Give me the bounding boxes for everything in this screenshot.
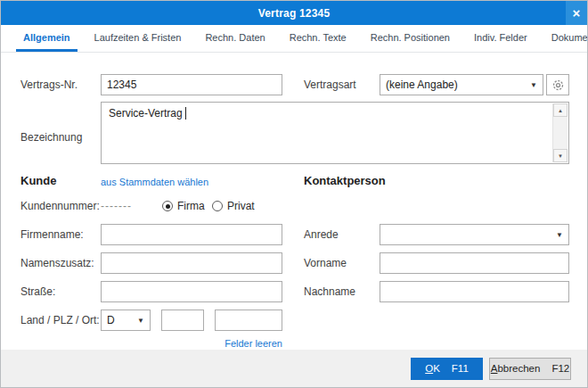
tab-dokumente[interactable]: Dokumente — [544, 25, 588, 52]
chevron-down-icon: ▼ — [530, 81, 537, 89]
nachname-input[interactable] — [380, 281, 569, 302]
strasse-label: Straße: — [20, 281, 55, 302]
namenszusatz-input[interactable] — [101, 252, 282, 274]
bezeichnung-text: Service-Vertrag — [109, 107, 183, 120]
firmenname-label: Firmenname: — [20, 224, 84, 245]
tab-rechn-daten[interactable]: Rechn. Daten — [198, 25, 272, 52]
vorname-label: Vorname — [304, 252, 347, 274]
radio-firma[interactable]: Firma — [162, 197, 205, 215]
firmenname-input[interactable] — [101, 224, 282, 245]
strasse-input[interactable] — [101, 281, 282, 302]
vertrag-nr-input[interactable] — [101, 74, 282, 95]
nachname-label: Nachname — [304, 281, 355, 302]
textarea-scrollbar[interactable]: ▲ ▼ — [552, 103, 568, 162]
anrede-select[interactable]: ▼ — [380, 224, 569, 245]
vertrag-dialog: Vertrag 12345 × Allgemein Laufzeiten & F… — [0, 0, 588, 388]
vertrag-nr-label: Vertrags-Nr. — [20, 74, 78, 95]
dialog-footer: OK F11 Abbrechen F12 — [1, 350, 587, 387]
land-plz-ort-label: Land / PLZ / Ort: — [20, 310, 100, 331]
vertragsart-settings-button[interactable] — [546, 74, 569, 95]
tab-laufzeiten-fristen[interactable]: Laufzeiten & Fristen — [87, 25, 189, 52]
tab-allgemein[interactable]: Allgemein — [16, 25, 78, 52]
scroll-down-button[interactable]: ▼ — [553, 149, 568, 162]
anrede-label: Anrede — [304, 224, 339, 245]
land-select[interactable]: D ▼ — [101, 310, 151, 331]
vorname-input[interactable] — [380, 252, 569, 274]
tab-indiv-felder[interactable]: Indiv. Felder — [467, 25, 535, 52]
vertragsart-label: Vertragsart — [304, 74, 356, 95]
radio-firma-circle — [162, 201, 173, 211]
ort-input[interactable] — [215, 310, 282, 331]
kunde-heading: Kunde — [20, 173, 56, 189]
chevron-down-icon: ▼ — [137, 317, 144, 325]
kontaktperson-heading: Kontaktperson — [304, 173, 386, 189]
bezeichnung-label: Bezeichnung — [20, 127, 82, 148]
close-icon: × — [573, 6, 581, 20]
abbrechen-button[interactable]: Abbrechen F12 — [489, 358, 571, 380]
close-button[interactable]: × — [566, 1, 587, 25]
radio-privat-circle — [212, 201, 223, 211]
vertragsart-select[interactable]: (keine Angabe) ▼ — [380, 74, 543, 95]
dialog-title: Vertrag 12345 — [258, 7, 331, 20]
chevron-down-icon: ▼ — [556, 231, 563, 239]
scroll-up-button[interactable]: ▲ — [553, 103, 568, 117]
tab-rechn-positionen[interactable]: Rechn. Positionen — [363, 25, 457, 52]
kundennummer-value: ------- — [101, 197, 132, 215]
scroll-down-icon: ▼ — [558, 153, 563, 159]
bezeichnung-textarea[interactable]: Service-Vertrag ▲ ▼ — [101, 102, 569, 164]
ok-button[interactable]: OK F11 — [411, 358, 483, 380]
form-content: Vertrags-Nr. Vertragsart (keine Angabe) … — [1, 53, 588, 351]
plz-input[interactable] — [161, 310, 204, 331]
namenszusatz-label: Namenszusatz: — [20, 252, 94, 274]
ok-shortcut: F11 — [452, 363, 469, 374]
radio-privat[interactable]: Privat — [212, 197, 255, 215]
kundennummer-label: Kundennummer: — [20, 197, 100, 215]
tab-bar: Allgemein Laufzeiten & Fristen Rechn. Da… — [1, 25, 587, 53]
gear-icon — [551, 78, 565, 92]
felder-leeren-link[interactable]: Felder leeren — [101, 336, 282, 351]
text-caret — [185, 107, 186, 120]
stammdaten-link[interactable]: aus Stammdaten wählen — [101, 175, 208, 189]
abbrechen-shortcut: F12 — [551, 363, 569, 374]
titlebar: Vertrag 12345 × — [1, 1, 587, 25]
tab-rechn-texte[interactable]: Rechn. Texte — [282, 25, 354, 52]
scroll-up-icon: ▲ — [558, 108, 563, 113]
